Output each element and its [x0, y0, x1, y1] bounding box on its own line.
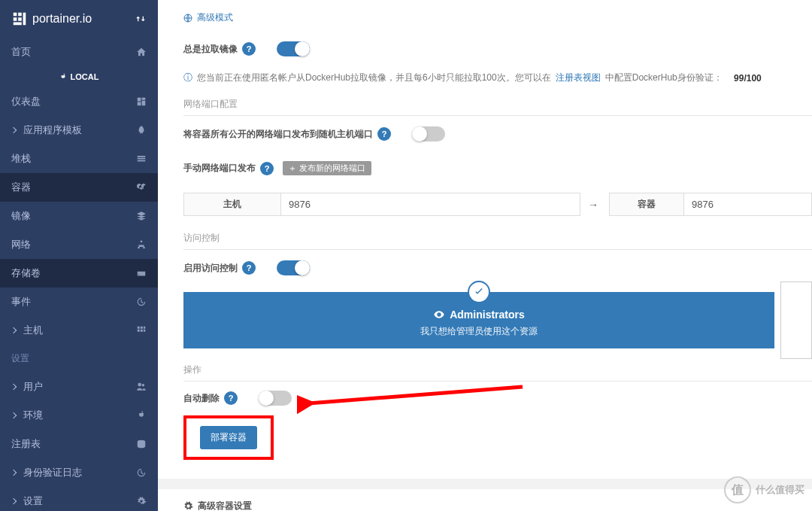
- watermark-text: 什么值得买: [756, 483, 804, 497]
- settings-header: 设置: [0, 345, 158, 373]
- admin-card[interactable]: Administrators 我只想给管理员使用这个资源: [183, 292, 774, 348]
- nav-item-1[interactable]: 环境: [0, 401, 158, 430]
- grid-icon: [136, 325, 147, 336]
- local-text: LOCAL: [71, 72, 99, 81]
- publish-all-toggle[interactable]: [412, 126, 445, 141]
- nav-label: 注册表: [11, 437, 41, 451]
- chevron-right-icon: [11, 127, 17, 133]
- registry-view-link[interactable]: 注册表视图: [556, 71, 601, 84]
- nav-label: 用户: [23, 380, 43, 394]
- gear-icon: [183, 501, 193, 511]
- nav-item-7[interactable]: 事件: [0, 287, 158, 316]
- sitemap-icon: [136, 239, 147, 250]
- add-port-button[interactable]: 发布新的网络端口: [283, 161, 371, 175]
- auto-remove-toggle[interactable]: [259, 391, 292, 406]
- action-section-title: 操作: [183, 359, 812, 382]
- home-icon: [136, 47, 147, 57]
- admin-title: Administrators: [191, 309, 767, 321]
- nav-item-6[interactable]: 存储卷: [0, 259, 158, 287]
- help-icon[interactable]: ?: [260, 162, 274, 175]
- cubes-icon: [136, 182, 147, 193]
- logo-row: portainer.io: [0, 0, 158, 38]
- portainer-logo-icon: [11, 11, 28, 27]
- database-icon: [136, 439, 147, 449]
- chevron-right-icon: [11, 498, 17, 504]
- advanced-settings-header[interactable]: 高级容器设置: [158, 479, 812, 511]
- plug-icon: [59, 73, 67, 81]
- layers-icon: [136, 211, 147, 221]
- admin-sub: 我只想给管理员使用这个资源: [191, 325, 767, 338]
- advanced-mode-link[interactable]: 高级模式: [183, 0, 812, 35]
- eye-slash-icon: [433, 309, 445, 321]
- pull-counter: 99/100: [734, 73, 762, 84]
- nav-label: 主机: [23, 324, 43, 337]
- nav-label: 身份验证日志: [23, 466, 82, 479]
- nav-label: 事件: [11, 295, 31, 309]
- nav-home[interactable]: 首页: [0, 38, 158, 66]
- globe-icon: [183, 14, 192, 23]
- nav-item-2[interactable]: 注册表: [0, 430, 158, 458]
- chevron-right-icon: [11, 327, 17, 333]
- check-circle-icon: [468, 281, 490, 303]
- enable-access-row: 启用访问控制 ?: [183, 250, 812, 281]
- history-icon: [136, 297, 147, 307]
- swap-icon[interactable]: [135, 13, 147, 25]
- help-icon[interactable]: ?: [224, 391, 238, 405]
- nav-label: 仪表盘: [11, 95, 41, 108]
- container-label-cell: 容器: [609, 193, 684, 216]
- chevron-right-icon: [11, 384, 17, 390]
- nav-item-5[interactable]: 网络: [0, 230, 158, 259]
- nav-item-3[interactable]: 容器: [0, 173, 158, 202]
- cogs-icon: [136, 496, 147, 506]
- nav-item-0[interactable]: 仪表盘: [0, 87, 158, 116]
- nav-label: 设置: [23, 494, 43, 508]
- auto-remove-label: 自动删除: [183, 392, 220, 405]
- deploy-highlight-box: 部署容器: [183, 415, 274, 460]
- nav-item-0[interactable]: 用户: [0, 373, 158, 401]
- local-badge: LOCAL: [0, 66, 158, 87]
- nav-label: 网络: [11, 238, 31, 251]
- advanced-mode-text: 高级模式: [197, 11, 233, 24]
- info-post: 中配置DockerHub身份验证：: [605, 71, 723, 84]
- admin-cards-wrap: Administrators 我只想给管理员使用这个资源: [183, 281, 812, 359]
- nav-item-4[interactable]: 镜像: [0, 202, 158, 230]
- nav-item-2[interactable]: 堆栈: [0, 144, 158, 173]
- nav-label: 镜像: [11, 209, 31, 223]
- container-port-input[interactable]: [684, 193, 812, 216]
- always-pull-label: 总是拉取镜像: [183, 43, 238, 56]
- always-pull-toggle[interactable]: [277, 41, 310, 56]
- help-icon[interactable]: ?: [377, 127, 391, 141]
- deploy-button[interactable]: 部署容器: [200, 426, 257, 449]
- port-mapping-row: 主机 → 容器: [183, 193, 812, 216]
- always-pull-row: 总是拉取镜像 ?: [183, 35, 812, 62]
- hdd-icon: [136, 268, 147, 278]
- info-pre: 您当前正在使用匿名帐户从DockerHub拉取镜像，并且每6小时只能拉取100次…: [197, 71, 551, 84]
- manual-publish-row: 手动网络端口发布 ? 发布新的网络端口: [183, 148, 812, 181]
- enable-access-toggle[interactable]: [277, 260, 310, 275]
- advanced-settings-label: 高级容器设置: [198, 500, 252, 511]
- help-icon[interactable]: ?: [242, 261, 256, 275]
- pull-limit-info: ⓘ 您当前正在使用匿名帐户从DockerHub拉取镜像，并且每6小时只能拉取10…: [183, 62, 812, 93]
- admin-title-text: Administrators: [450, 309, 525, 321]
- brand-text: portainer.io: [32, 12, 92, 26]
- plug-icon: [136, 410, 147, 421]
- rocket-icon: [136, 125, 147, 135]
- users-icon: [136, 382, 147, 392]
- nav-label: 存储卷: [11, 266, 41, 280]
- nav-item-1[interactable]: 应用程序模板: [0, 116, 158, 144]
- port-section-title: 网络端口配置: [183, 93, 812, 116]
- nav-item-8[interactable]: 主机: [0, 316, 158, 345]
- plus-icon: [289, 165, 296, 172]
- add-port-label: 发布新的网络端口: [299, 163, 365, 174]
- host-label-cell: 主机: [183, 193, 281, 216]
- logo[interactable]: portainer.io: [11, 11, 92, 27]
- restricted-card[interactable]: [780, 281, 812, 359]
- host-port-input[interactable]: [281, 193, 580, 216]
- help-icon[interactable]: ?: [242, 42, 256, 56]
- nav-label: 容器: [11, 181, 31, 194]
- auto-remove-row: 自动删除 ?: [183, 382, 812, 412]
- nav-label: 堆栈: [11, 152, 31, 166]
- nav-item-4[interactable]: 设置: [0, 487, 158, 511]
- arrow-icon: →: [580, 193, 606, 216]
- nav-item-3[interactable]: 身份验证日志: [0, 458, 158, 487]
